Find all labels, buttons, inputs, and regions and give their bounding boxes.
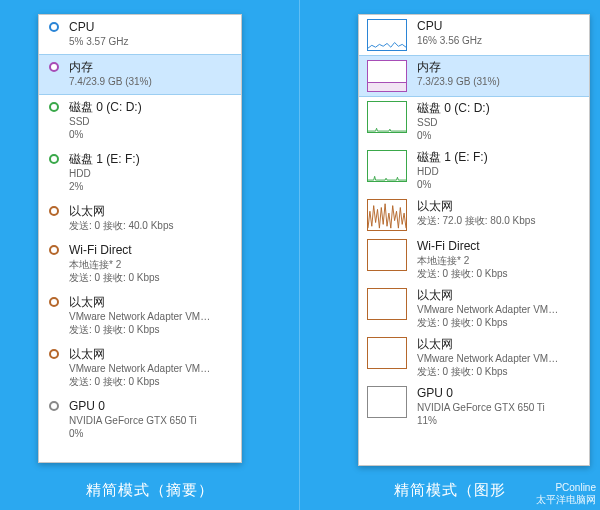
sparkline-icon bbox=[367, 239, 407, 271]
item-title: 以太网 bbox=[417, 199, 581, 214]
item-title: 以太网 bbox=[417, 337, 581, 352]
graph-item-ethernet1[interactable]: 以太网 VMware Network Adapter VM… 发送: 0 接收:… bbox=[359, 284, 589, 333]
summary-item-ethernet2[interactable]: 以太网 VMware Network Adapter VM… 发送: 0 接收:… bbox=[39, 342, 241, 394]
item-subtext: 发送: 0 接收: 40.0 Kbps bbox=[69, 219, 231, 232]
summary-item-wifi[interactable]: Wi-Fi Direct 本地连接* 2 发送: 0 接收: 0 Kbps bbox=[39, 238, 241, 290]
graph-panel: CPU 16% 3.56 GHz 内存 7.3/23.9 GB (31%) 磁盘… bbox=[358, 14, 590, 466]
sparkline-icon bbox=[367, 150, 407, 182]
item-subtext: VMware Network Adapter VM… bbox=[69, 310, 231, 323]
item-subtext: 16% 3.56 GHz bbox=[417, 34, 581, 47]
item-subtext: NVIDIA GeForce GTX 650 Ti bbox=[417, 401, 581, 414]
item-title: Wi-Fi Direct bbox=[417, 239, 581, 254]
graph-half: CPU 16% 3.56 GHz 内存 7.3/23.9 GB (31%) 磁盘… bbox=[300, 0, 600, 510]
summary-item-ethernet1[interactable]: 以太网 VMware Network Adapter VM… 发送: 0 接收:… bbox=[39, 290, 241, 342]
item-title: 磁盘 0 (C: D:) bbox=[69, 100, 231, 115]
item-title: 磁盘 0 (C: D:) bbox=[417, 101, 581, 116]
item-subtext: SSD bbox=[69, 115, 231, 128]
graph-item-gpu0[interactable]: GPU 0 NVIDIA GeForce GTX 650 Ti 11% bbox=[359, 382, 589, 431]
item-subtext: 发送: 72.0 接收: 80.0 Kbps bbox=[417, 214, 581, 227]
sparkline-icon bbox=[367, 60, 407, 92]
item-title: CPU bbox=[417, 19, 581, 34]
circle-icon bbox=[49, 349, 59, 359]
graph-item-ethernet2[interactable]: 以太网 VMware Network Adapter VM… 发送: 0 接收:… bbox=[359, 333, 589, 382]
circle-icon bbox=[49, 245, 59, 255]
circle-icon bbox=[49, 297, 59, 307]
circle-icon bbox=[49, 206, 59, 216]
item-title: 内存 bbox=[69, 60, 231, 75]
circle-icon bbox=[49, 154, 59, 164]
item-subtext: 2% bbox=[69, 180, 231, 193]
item-title: Wi-Fi Direct bbox=[69, 243, 231, 258]
item-subtext: VMware Network Adapter VM… bbox=[417, 352, 581, 365]
item-title: GPU 0 bbox=[69, 399, 231, 414]
sparkline-icon bbox=[367, 19, 407, 51]
item-subtext: 7.4/23.9 GB (31%) bbox=[69, 75, 231, 88]
summary-caption: 精简模式（摘要） bbox=[0, 481, 299, 500]
item-title: 以太网 bbox=[69, 347, 231, 362]
summary-item-disk0[interactable]: 磁盘 0 (C: D:) SSD 0% bbox=[39, 95, 241, 147]
item-subtext: HDD bbox=[417, 165, 581, 178]
sparkline-icon bbox=[367, 101, 407, 133]
item-subtext: 0% bbox=[417, 129, 581, 142]
circle-icon bbox=[49, 62, 59, 72]
item-subtext: 11% bbox=[417, 414, 581, 427]
item-subtext: 发送: 0 接收: 0 Kbps bbox=[417, 365, 581, 378]
item-subtext: 7.3/23.9 GB (31%) bbox=[417, 75, 581, 88]
item-subtext: 发送: 0 接收: 0 Kbps bbox=[69, 271, 231, 284]
item-title: 以太网 bbox=[417, 288, 581, 303]
item-title: GPU 0 bbox=[417, 386, 581, 401]
circle-icon bbox=[49, 102, 59, 112]
item-subtext: 发送: 0 接收: 0 Kbps bbox=[417, 316, 581, 329]
item-title: 以太网 bbox=[69, 295, 231, 310]
item-subtext: 发送: 0 接收: 0 Kbps bbox=[69, 323, 231, 336]
item-subtext: VMware Network Adapter VM… bbox=[417, 303, 581, 316]
graph-item-wifi[interactable]: Wi-Fi Direct 本地连接* 2 发送: 0 接收: 0 Kbps bbox=[359, 235, 589, 284]
item-title: CPU bbox=[69, 20, 231, 35]
circle-icon bbox=[49, 401, 59, 411]
item-subtext: HDD bbox=[69, 167, 231, 180]
summary-half: CPU 5% 3.57 GHz 内存 7.4/23.9 GB (31%) 磁盘 … bbox=[0, 0, 300, 510]
item-subtext: NVIDIA GeForce GTX 650 Ti bbox=[69, 414, 231, 427]
item-title: 内存 bbox=[417, 60, 581, 75]
summary-panel: CPU 5% 3.57 GHz 内存 7.4/23.9 GB (31%) 磁盘 … bbox=[38, 14, 242, 463]
graph-caption: 精简模式（图形 bbox=[300, 481, 600, 500]
item-subtext: SSD bbox=[417, 116, 581, 129]
sparkline-icon bbox=[367, 386, 407, 418]
summary-item-memory[interactable]: 内存 7.4/23.9 GB (31%) bbox=[39, 54, 241, 95]
item-subtext: VMware Network Adapter VM… bbox=[69, 362, 231, 375]
summary-item-ethernet0[interactable]: 以太网 发送: 0 接收: 40.0 Kbps bbox=[39, 199, 241, 238]
item-subtext: 5% 3.57 GHz bbox=[69, 35, 231, 48]
item-subtext: 发送: 0 接收: 0 Kbps bbox=[69, 375, 231, 388]
sparkline-icon bbox=[367, 337, 407, 369]
item-title: 磁盘 1 (E: F:) bbox=[417, 150, 581, 165]
item-title: 磁盘 1 (E: F:) bbox=[69, 152, 231, 167]
item-subtext: 本地连接* 2 bbox=[417, 254, 581, 267]
graph-item-cpu[interactable]: CPU 16% 3.56 GHz bbox=[359, 15, 589, 55]
item-subtext: 0% bbox=[69, 427, 231, 440]
item-subtext: 0% bbox=[417, 178, 581, 191]
item-title: 以太网 bbox=[69, 204, 231, 219]
item-subtext: 0% bbox=[69, 128, 231, 141]
circle-icon bbox=[49, 22, 59, 32]
graph-item-disk1[interactable]: 磁盘 1 (E: F:) HDD 0% bbox=[359, 146, 589, 195]
summary-item-gpu0[interactable]: GPU 0 NVIDIA GeForce GTX 650 Ti 0% bbox=[39, 394, 241, 446]
graph-item-ethernet0[interactable]: 以太网 发送: 72.0 接收: 80.0 Kbps bbox=[359, 195, 589, 235]
graph-item-disk0[interactable]: 磁盘 0 (C: D:) SSD 0% bbox=[359, 97, 589, 146]
sparkline-icon bbox=[367, 199, 407, 231]
summary-item-disk1[interactable]: 磁盘 1 (E: F:) HDD 2% bbox=[39, 147, 241, 199]
item-subtext: 发送: 0 接收: 0 Kbps bbox=[417, 267, 581, 280]
summary-item-cpu[interactable]: CPU 5% 3.57 GHz bbox=[39, 15, 241, 54]
sparkline-icon bbox=[367, 288, 407, 320]
graph-item-memory[interactable]: 内存 7.3/23.9 GB (31%) bbox=[359, 55, 589, 97]
item-subtext: 本地连接* 2 bbox=[69, 258, 231, 271]
